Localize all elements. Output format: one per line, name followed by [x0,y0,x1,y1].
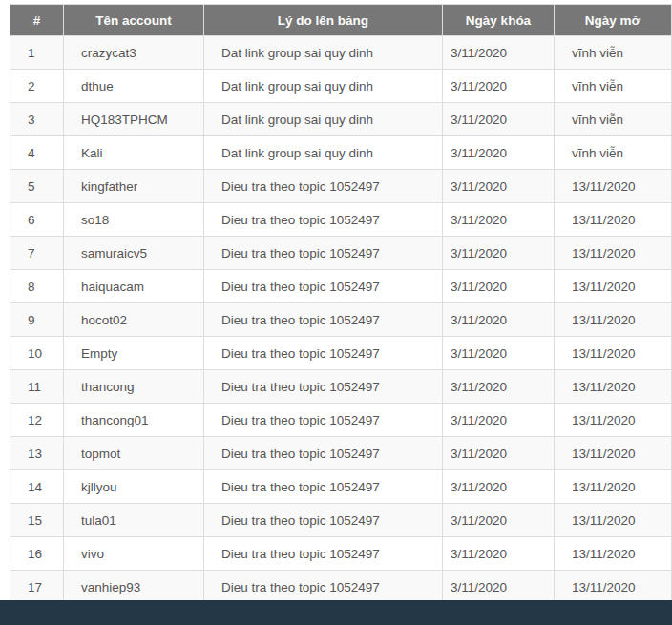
cell-open_date: 13/11/2020 [555,470,672,504]
cell-account: kingfather [64,170,204,203]
column-header-account: Tên account [64,5,204,36]
cell-lock_date: 3/11/2020 [443,70,555,103]
cell-lock_date: 3/11/2020 [443,270,555,303]
table-row: 7samuraicv5Dieu tra theo topic 10524973/… [10,237,672,270]
cell-lock_date: 3/11/2020 [443,437,555,470]
cell-index: 14 [10,470,64,504]
table-row: 15tula01Dieu tra theo topic 10524973/11/… [10,504,672,537]
cell-reason: Dieu tra theo topic 1052497 [204,337,443,370]
cell-lock_date: 3/11/2020 [443,404,555,437]
column-header-reason: Lý do lên bảng [204,5,443,36]
table-row: 5kingfatherDieu tra theo topic 10524973/… [10,170,672,203]
column-header-open_date: Ngày mở [555,5,672,36]
table-row: 9hocot02Dieu tra theo topic 10524973/11/… [10,303,672,337]
cell-open_date: 13/11/2020 [555,203,672,237]
cell-reason: Dieu tra theo topic 1052497 [204,170,443,203]
cell-open_date: 13/11/2020 [555,571,672,604]
cell-open_date: 13/11/2020 [555,270,672,303]
cell-account: thancong01 [64,404,204,437]
cell-open_date: 13/11/2020 [555,303,672,337]
cell-open_date: 13/11/2020 [555,237,672,270]
table-row: 3HQ183TPHCMDat link group sai quy dinh3/… [10,103,672,136]
cell-account: hocot02 [64,303,204,337]
cell-index: 12 [10,404,64,437]
cell-open_date: 13/11/2020 [555,504,672,537]
cell-account: thancong [64,370,204,404]
cell-index: 3 [10,103,64,136]
cell-account: Kali [64,136,204,170]
table-row: 11thancongDieu tra theo topic 10524973/1… [10,370,672,404]
cell-reason: Dieu tra theo topic 1052497 [204,504,443,537]
page: #Tên accountLý do lên bảngNgày khóaNgày … [0,0,672,625]
cell-index: 17 [10,571,64,604]
table-row: 1crazycat3Dat link group sai quy dinh3/1… [10,36,672,70]
cell-lock_date: 3/11/2020 [443,136,555,170]
cell-reason: Dieu tra theo topic 1052497 [204,437,443,470]
cell-lock_date: 3/11/2020 [443,103,555,136]
column-header-lock_date: Ngày khóa [443,5,555,36]
cell-index: 16 [10,537,64,571]
cell-account: topmot [64,437,204,470]
cell-index: 9 [10,303,64,337]
cell-index: 5 [10,170,64,203]
cell-open_date: vĩnh viễn [555,103,672,136]
cell-lock_date: 3/11/2020 [443,303,555,337]
cell-reason: Dieu tra theo topic 1052497 [204,203,443,237]
cell-reason: Dat link group sai quy dinh [204,70,443,103]
cell-open_date: vĩnh viễn [555,136,672,170]
cell-reason: Dieu tra theo topic 1052497 [204,404,443,437]
cell-open_date: 13/11/2020 [555,437,672,470]
cell-reason: Dat link group sai quy dinh [204,136,443,170]
cell-open_date: 13/11/2020 [555,404,672,437]
table-header: #Tên accountLý do lên bảngNgày khóaNgày … [10,5,672,36]
footer-bar [0,600,672,625]
table-row: 13topmotDieu tra theo topic 10524973/11/… [10,437,672,470]
cell-open_date: 13/11/2020 [555,370,672,404]
cell-lock_date: 3/11/2020 [443,571,555,604]
cell-lock_date: 3/11/2020 [443,337,555,370]
cell-open_date: 13/11/2020 [555,170,672,203]
cell-reason: Dieu tra theo topic 1052497 [204,470,443,504]
cell-index: 8 [10,270,64,303]
cell-reason: Dieu tra theo topic 1052497 [204,571,443,604]
cell-account: kjllyou [64,470,204,504]
cell-reason: Dieu tra theo topic 1052497 [204,237,443,270]
cell-reason: Dieu tra theo topic 1052497 [204,537,443,571]
cell-account: haiquacam [64,270,204,303]
cell-lock_date: 3/11/2020 [443,36,555,70]
cell-open_date: 13/11/2020 [555,537,672,571]
cell-reason: Dieu tra theo topic 1052497 [204,370,443,404]
cell-index: 6 [10,203,64,237]
table-row: 17vanhiep93Dieu tra theo topic 10524973/… [10,571,672,604]
cell-index: 1 [10,36,64,70]
cell-account: crazycat3 [64,36,204,70]
cell-account: dthue [64,70,204,103]
cell-index: 11 [10,370,64,404]
cell-lock_date: 3/11/2020 [443,537,555,571]
table-row: 16vivoDieu tra theo topic 10524973/11/20… [10,537,672,571]
cell-account: samuraicv5 [64,237,204,270]
cell-account: HQ183TPHCM [64,103,204,136]
header-row: #Tên accountLý do lên bảngNgày khóaNgày … [10,5,672,36]
cell-index: 15 [10,504,64,537]
cell-index: 13 [10,437,64,470]
table-row: 8haiquacamDieu tra theo topic 10524973/1… [10,270,672,303]
table-row: 2dthueDat link group sai quy dinh3/11/20… [10,70,672,103]
cell-index: 7 [10,237,64,270]
cell-reason: Dat link group sai quy dinh [204,103,443,136]
column-header-index: # [10,5,64,36]
cell-lock_date: 3/11/2020 [443,370,555,404]
table-row: 10EmptyDieu tra theo topic 10524973/11/2… [10,337,672,370]
cell-account: tula01 [64,504,204,537]
cell-lock_date: 3/11/2020 [443,203,555,237]
cell-reason: Dat link group sai quy dinh [204,36,443,70]
cell-reason: Dieu tra theo topic 1052497 [204,270,443,303]
cell-index: 2 [10,70,64,103]
cell-lock_date: 3/11/2020 [443,504,555,537]
cell-open_date: vĩnh viễn [555,70,672,103]
cell-account: Empty [64,337,204,370]
table-row: 6so18Dieu tra theo topic 10524973/11/202… [10,203,672,237]
table-row: 14kjllyouDieu tra theo topic 10524973/11… [10,470,672,504]
banned-accounts-table: #Tên accountLý do lên bảngNgày khóaNgày … [10,4,672,604]
cell-open_date: 13/11/2020 [555,337,672,370]
